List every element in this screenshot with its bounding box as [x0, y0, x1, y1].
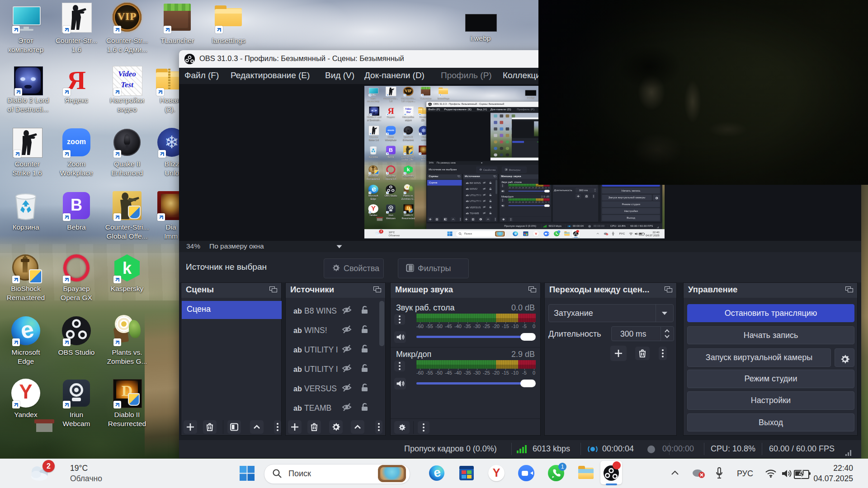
svg-text:k: k: [407, 167, 410, 173]
svg-text:k: k: [123, 259, 132, 277]
